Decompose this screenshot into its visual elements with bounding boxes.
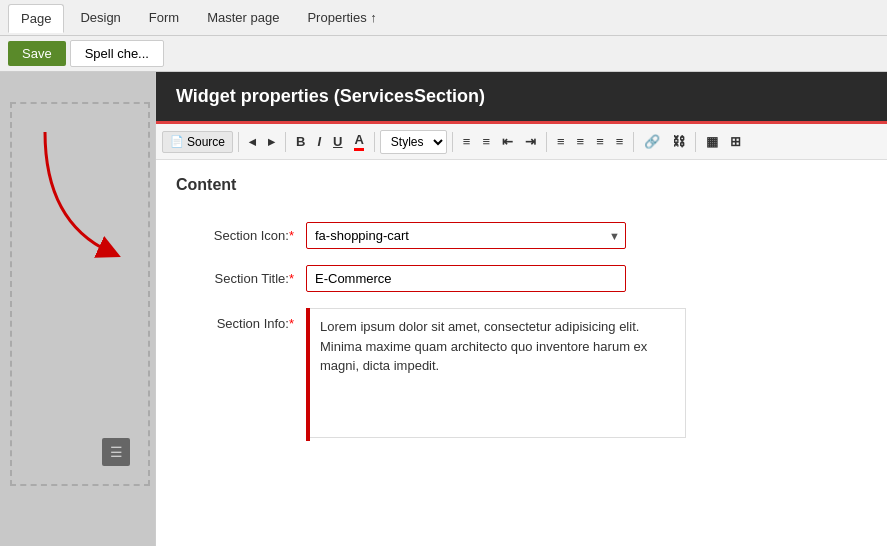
section-info-label: Section Info:*	[176, 308, 306, 331]
handle-icon: ☰	[110, 445, 123, 459]
section-icon-label: Section Icon:*	[176, 222, 306, 243]
link-button[interactable]: 🔗	[639, 131, 665, 152]
outdent-button[interactable]: ⇤	[497, 131, 518, 152]
align-right-button[interactable]: ≡	[591, 131, 609, 152]
toolbar-separator-3	[374, 132, 375, 152]
section-icon-select[interactable]: fa-shopping-cart fa-home fa-cog fa-envel…	[306, 222, 626, 249]
align-center-button[interactable]: ≡	[572, 131, 590, 152]
unordered-list-button[interactable]: ≡	[477, 131, 495, 152]
underline-button[interactable]: U	[328, 131, 347, 152]
section-info-row: Section Info:* Lorem ipsum dolor sit ame…	[176, 308, 867, 441]
modal-content-area: Content Section Icon:* fa-shopping-cart …	[156, 160, 887, 546]
bold-button[interactable]: B	[291, 131, 310, 152]
modal-header: Widget properties (ServicesSection)	[156, 72, 887, 124]
toolbar-separator-2	[285, 132, 286, 152]
table-options-button[interactable]: ⊞	[725, 131, 746, 152]
spell-check-button[interactable]: Spell che...	[70, 40, 164, 67]
section-info-control: Lorem ipsum dolor sit amet, consectetur …	[306, 308, 686, 441]
toolbar-separator-6	[633, 132, 634, 152]
section-title-row: Section Title:*	[176, 265, 867, 292]
redo-button[interactable]: ▸	[263, 131, 280, 152]
italic-button[interactable]: I	[312, 131, 326, 152]
toolbar-separator-4	[452, 132, 453, 152]
tab-masterpage[interactable]: Master page	[195, 4, 291, 31]
source-icon: 📄	[170, 135, 184, 148]
section-title-input[interactable]	[306, 265, 626, 292]
toolbar-separator-7	[695, 132, 696, 152]
toolbar-separator-1	[238, 132, 239, 152]
styles-select[interactable]: Styles	[380, 130, 447, 154]
undo-button[interactable]: ◂	[244, 131, 261, 152]
font-color-button[interactable]: A	[349, 129, 368, 154]
main-area: ☰ Widget properties (ServicesSection) 📄 …	[0, 72, 887, 546]
indent-button[interactable]: ⇥	[520, 131, 541, 152]
align-left-button[interactable]: ≡	[552, 131, 570, 152]
tab-page[interactable]: Page	[8, 4, 64, 33]
section-info-textarea[interactable]: Lorem ipsum dolor sit amet, consectetur …	[310, 308, 686, 438]
tab-design[interactable]: Design	[68, 4, 132, 31]
section-title-control	[306, 265, 626, 292]
modal-title: Widget properties (ServicesSection)	[176, 86, 485, 106]
section-info-textarea-container: Lorem ipsum dolor sit amet, consectetur …	[306, 308, 686, 441]
arrow-indicator	[15, 122, 135, 282]
unlink-button[interactable]: ⛓	[667, 131, 690, 152]
ordered-list-button[interactable]: ≡	[458, 131, 476, 152]
editor-toolbar: 📄 Source ◂ ▸ B I U A Styles ≡ ≡ ⇤ ⇥ ≡ ≡ …	[156, 124, 887, 160]
widget-handle[interactable]: ☰	[102, 438, 130, 466]
toolbar-separator-5	[546, 132, 547, 152]
source-button[interactable]: 📄 Source	[162, 131, 233, 153]
save-button[interactable]: Save	[8, 41, 66, 66]
top-nav-bar: Page Design Form Master page Properties …	[0, 0, 887, 36]
widget-properties-modal: Widget properties (ServicesSection) 📄 So…	[155, 72, 887, 546]
section-icon-control: fa-shopping-cart fa-home fa-cog fa-envel…	[306, 222, 626, 249]
align-justify-button[interactable]: ≡	[611, 131, 629, 152]
content-heading: Content	[176, 176, 867, 202]
tab-form[interactable]: Form	[137, 4, 191, 31]
section-icon-select-wrapper: fa-shopping-cart fa-home fa-cog fa-envel…	[306, 222, 626, 249]
section-icon-row: Section Icon:* fa-shopping-cart fa-home …	[176, 222, 867, 249]
table-button[interactable]: ▦	[701, 131, 723, 152]
section-title-label: Section Title:*	[176, 265, 306, 286]
sidebar-preview: ☰	[0, 72, 155, 546]
action-bar: Save Spell che...	[0, 36, 887, 72]
tab-properties[interactable]: Properties ↑	[295, 4, 388, 31]
